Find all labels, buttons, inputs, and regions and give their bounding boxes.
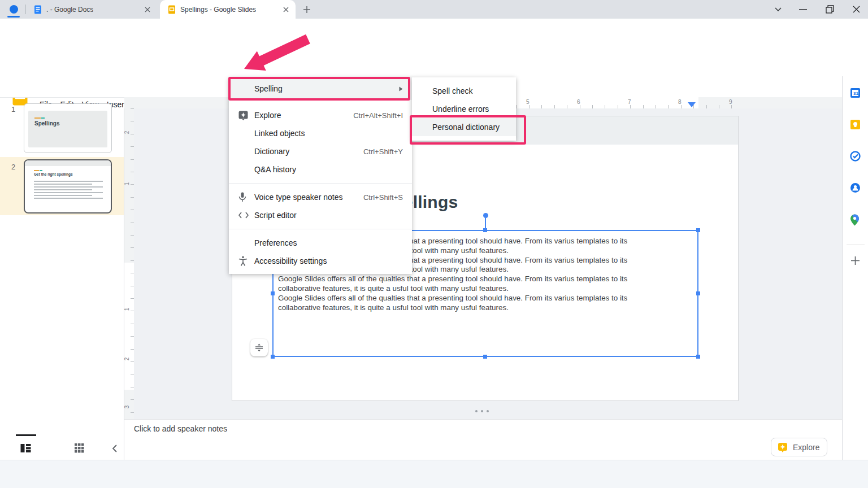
thumb-text-lines [34,181,103,201]
filmstrip-footer [0,419,124,460]
ruler-number: 7 [628,99,631,105]
tab-separator [25,5,25,14]
explore-menu-icon [238,111,248,120]
maps-icon[interactable] [850,214,860,226]
thumb-accent-dash [34,117,41,119]
thumb-accent-dash [34,170,39,171]
menu-item-explore[interactable]: Explore Ctrl+Alt+Shift+I [229,106,412,124]
menu-item-spelling[interactable]: Spelling [229,77,412,100]
menu-item-label: Spelling [254,84,283,93]
menu-item-label: Voice type speaker notes [254,193,342,202]
resize-handle-w[interactable] [271,291,275,295]
close-tab-icon[interactable] [283,7,289,12]
speaker-notes-placeholder[interactable]: Click to add speaker notes [134,424,227,433]
ruler-number: 6 [577,99,580,105]
code-icon [238,212,249,219]
thumb-background [28,111,107,147]
menu-item-script-editor[interactable]: Script editor [229,206,412,224]
window-close-button[interactable] [853,6,860,13]
slide-2-number: 2 [11,163,15,171]
tab-search-chevron-icon[interactable] [774,7,782,12]
menu-item-label: Q&A history [254,165,296,174]
filmstrip-panel: 1 Spellings 2 Get the right spellings [0,108,124,460]
slides-icon [168,5,176,14]
explore-icon [778,442,788,452]
keep-icon[interactable] [850,119,861,130]
screen: . - Google Docs Spellings - Google Slide… [0,0,868,488]
menu-item-label: Underline errors [432,104,489,114]
menu-item-spell-check[interactable]: Spell check [412,82,516,100]
ruler-number: 8 [678,99,682,105]
explore-button[interactable]: Explore [771,438,827,456]
tab-google-docs[interactable]: . - Google Docs [29,0,156,19]
svg-text:31: 31 [853,91,858,96]
notes-resize-handle[interactable] [475,410,489,412]
menu-item-label: Dictionary [254,147,289,156]
menu-item-accessibility[interactable]: Accessibility settings [229,252,412,270]
menu-item-dictionary[interactable]: Dictionary Ctrl+Shift+Y [229,142,412,160]
side-panel-divider [847,245,865,245]
thumb-top-band [25,160,111,166]
browser-navbar: docs.google.com/presentation/d/1TfHYmCrW… [0,19,868,37]
spelling-submenu: Spell check Underline errors Personal di… [412,77,516,141]
resize-handle-sw[interactable] [271,355,275,359]
resize-handle-s[interactable] [483,355,487,359]
resize-handle-e[interactable] [696,291,700,295]
close-tab-icon[interactable] [145,7,150,12]
google-side-panel: 31 [842,76,868,460]
new-tab-button[interactable] [303,6,311,14]
thumb-title: Spellings [34,120,59,127]
thumb-accent-dash [41,117,45,119]
menu-divider [229,229,412,229]
menu-item-preferences[interactable]: Preferences [229,234,412,252]
ruler-number: 5 [526,99,530,105]
window-minimize-button[interactable] [799,9,807,10]
vertical-ruler[interactable]: 2 1 1 2 3 [124,108,134,419]
calendar-icon[interactable]: 31 [850,88,861,98]
menu-item-label: Personal dictionary [432,123,500,132]
menu-item-underline-errors[interactable]: Underline errors [412,100,516,118]
resize-handle-ne[interactable] [696,228,700,232]
ruler-indent-marker[interactable] [688,102,696,107]
menu-item-label: Preferences [254,238,297,247]
ruler-number: 1 [124,308,130,311]
menu-item-label: Accessibility settings [254,256,327,265]
contacts-icon[interactable] [850,182,861,193]
collapse-filmstrip-button[interactable] [106,441,122,456]
menu-divider [229,183,412,184]
menu-item-qa-history[interactable]: Q&A history [229,160,412,178]
menu-shortcut: Ctrl+Shift+Y [363,147,403,156]
menu-item-label: Linked objects [254,129,305,138]
menu-shortcut: Ctrl+Alt+Shift+I [353,111,403,120]
grid-view-button[interactable] [75,443,84,453]
menu-item-personal-dictionary[interactable]: Personal dictionary [412,118,516,136]
ruler-number: 3 [124,406,130,409]
pinned-tab-icon[interactable] [10,5,18,14]
autofit-text-button[interactable] [250,339,268,356]
rotation-handle[interactable] [483,213,488,218]
windows-taskbar: L M 4 [0,460,868,488]
menu-item-label: Script editor [254,211,297,220]
body-paragraph: Google Slides offers all of the qualties… [278,294,662,313]
ruler-number: 9 [729,99,732,105]
tab-google-slides-active[interactable]: Spellings - Google Slides [160,0,296,19]
tab-title: Spellings - Google Slides [180,6,256,14]
filmstrip-view-button[interactable] [20,443,31,453]
slide-2-thumbnail[interactable]: Get the right spellings [24,159,112,213]
slide-1-thumbnail[interactable]: Spellings [24,103,112,153]
resize-handle-se[interactable] [696,355,700,359]
menu-item-linked-objects[interactable]: Linked objects [229,124,412,142]
tab-title: . - Google Docs [46,6,93,14]
ruler-ticks [131,108,134,419]
ruler-number: 1 [124,182,130,186]
speaker-notes-area[interactable]: Click to add speaker notes [124,419,842,460]
window-restore-button[interactable] [826,5,834,14]
slides-header: Spellings File Edit View Insert Format S… [0,37,868,76]
menu-item-voice-type[interactable]: Voice type speaker notes Ctrl+Shift+S [229,188,412,206]
docs-icon [34,5,42,14]
tasks-icon[interactable] [850,151,861,162]
body-paragraph: Google Slides offers all of the qualties… [278,274,662,294]
ruler-number: 2 [124,131,130,134]
add-addon-plus-icon[interactable] [850,256,860,265]
submenu-arrow-icon [399,86,403,91]
